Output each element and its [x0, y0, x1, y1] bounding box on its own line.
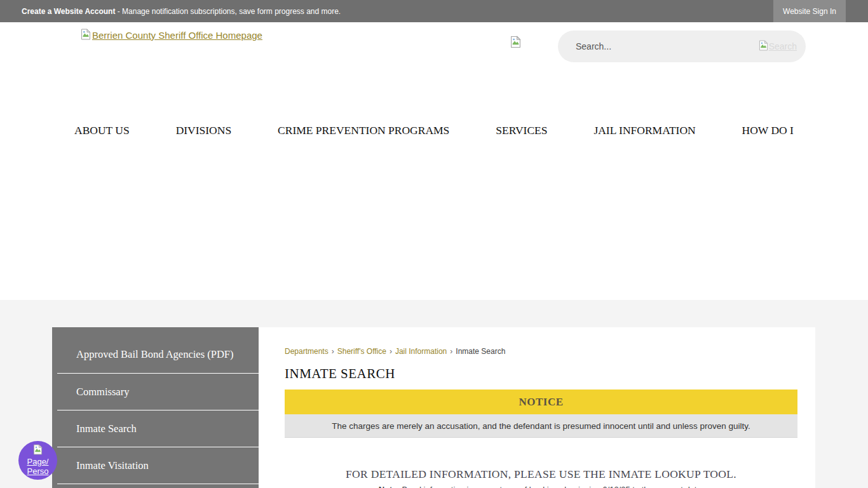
- nav-item-how-do-i[interactable]: HOW DO I: [742, 124, 794, 137]
- nav-item-jail-information[interactable]: JAIL INFORMATION: [593, 124, 695, 137]
- breadcrumb-separator: ›: [450, 347, 452, 356]
- notice-disclaimer-text: The charges are merely an accusation, an…: [332, 421, 750, 431]
- site-header: Berrien County Sheriff Office Homepage S…: [0, 22, 868, 300]
- main-navigation: ABOUT US DIVISIONS CRIME PREVENTION PROG…: [74, 124, 794, 137]
- broken-image-icon: [81, 29, 91, 42]
- main-content: Departments›Sheriff's Office›Jail Inform…: [259, 327, 815, 488]
- nav-item-services[interactable]: SERVICES: [496, 124, 547, 137]
- nav-item-divisions[interactable]: DIVISIONS: [176, 124, 232, 137]
- sidebar-item-inmate-visitation[interactable]: Inmate Visitation: [57, 447, 259, 484]
- broken-image-icon: [510, 36, 521, 51]
- page-title: INMATE SEARCH: [285, 366, 797, 382]
- broken-image-icon: [33, 444, 43, 457]
- search-submit-label: Search: [769, 41, 797, 51]
- breadcrumb-sheriffs-office[interactable]: Sheriff's Office: [337, 347, 386, 356]
- inmate-lookup-message: FOR DETAILED INFORMATION, PLEASE USE THE…: [285, 468, 797, 481]
- top-announcement-bar: Create a Website Account - Manage notifi…: [0, 0, 868, 22]
- breadcrumb-separator: ›: [332, 347, 334, 356]
- search-input[interactable]: [576, 41, 759, 51]
- create-account-message[interactable]: Create a Website Account - Manage notifi…: [22, 7, 341, 16]
- sidebar-item-approved-bail-bond-agencies[interactable]: Approved Bail Bond Agencies (PDF): [57, 336, 259, 374]
- homepage-logo-alt-text: Berrien County Sheriff Office Homepage: [92, 30, 262, 41]
- breadcrumb-departments[interactable]: Departments: [285, 347, 329, 356]
- search-submit-link[interactable]: Search: [759, 40, 797, 53]
- sidebar-item-inmate-search[interactable]: Inmate Search: [57, 410, 259, 447]
- website-sign-in-button[interactable]: Website Sign In: [773, 0, 846, 22]
- breadcrumb-jail-information[interactable]: Jail Information: [395, 347, 447, 356]
- nav-item-crime-prevention-programs[interactable]: CRIME PREVENTION PROGRAMS: [278, 124, 449, 137]
- homepage-logo-link[interactable]: Berrien County Sheriff Office Homepage: [81, 29, 262, 42]
- jail-information-sidebar: Approved Bail Bond Agencies (PDF) Commis…: [52, 327, 259, 488]
- search-box: Search: [558, 30, 806, 62]
- notice-banner: NOTICE: [285, 390, 797, 414]
- sidebar-item-commissary[interactable]: Commissary: [57, 374, 259, 410]
- broken-image-icon: [759, 40, 768, 53]
- create-account-link[interactable]: Create a Website Account: [22, 7, 115, 16]
- notice-banner-title: NOTICE: [519, 396, 563, 409]
- create-account-description: - Manage notification subscriptions, sav…: [115, 7, 341, 16]
- note-label: Note:: [379, 485, 400, 488]
- page-personalization-widget-button[interactable]: Page/ Perso: [18, 441, 57, 480]
- widget-alt-text-line1: Page/: [27, 457, 49, 466]
- widget-alt-text-line2: Perso: [27, 466, 49, 476]
- notice-disclaimer-strip: The charges are merely an accusation, an…: [285, 414, 797, 438]
- breadcrumb: Departments›Sheriff's Office›Jail Inform…: [285, 347, 797, 356]
- note-text: Bond information is accurate as of booki…: [400, 485, 703, 488]
- content-panel: Approved Bail Bond Agencies (PDF) Commis…: [52, 327, 815, 488]
- nav-item-about-us[interactable]: ABOUT US: [74, 124, 130, 137]
- breadcrumb-separator: ›: [390, 347, 392, 356]
- bond-information-note: Note: Bond information is accurate as of…: [285, 485, 797, 488]
- breadcrumb-current-inmate-search: Inmate Search: [456, 347, 505, 356]
